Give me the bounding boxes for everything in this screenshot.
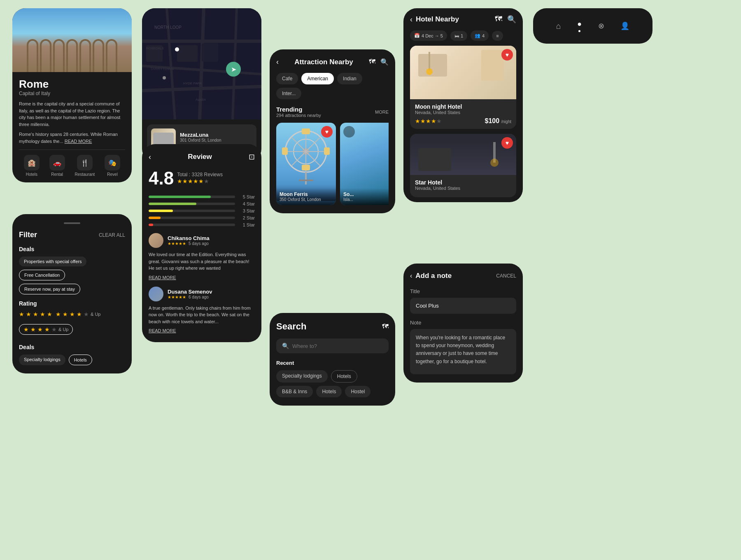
recent-tag-hotels[interactable]: Hotels [331,370,357,383]
clear-all-button[interactable]: CLEAR ALL [99,232,125,238]
rome-icon-hotels[interactable]: 🏨 Hotels [24,155,40,177]
recent-tag-specialty[interactable]: Specialty lodgings [276,370,328,383]
revel-label: Revel [107,172,118,177]
recent-tag-hotels2[interactable]: Hotels [316,386,342,397]
date-filter-chip[interactable]: 📅 4 Dec → 5 [410,30,447,41]
tab-indian[interactable]: Indian [337,73,362,84]
note-title-input[interactable]: Cool Plus [410,298,516,314]
back-button[interactable]: ‹ [149,153,151,161]
add-note-card: ‹ Add a note CANCEL Title Cool Plus Note… [403,264,523,383]
bar-label-2: 2 Star [238,215,255,220]
hotel-map-icon[interactable]: 🗺 [495,15,502,24]
read-more-2[interactable]: READ MORE [149,328,176,333]
rating-4star-up-selected[interactable]: ★★★★★ & Up [19,324,73,335]
more-filters-chip[interactable]: ≡ [492,31,503,41]
rome-icon-restaurant[interactable]: 🍴 Restaurant [75,155,95,177]
map-view[interactable]: NORTH LOOP ROSEDALE TARRYTOWN HYDE PARK … [142,8,261,119]
search-magnifier-icon: 🔍 [282,343,289,349]
star-hotel-info: Star Hotel Nevada, United States [410,175,516,197]
tab-inter[interactable]: Inter... [276,88,301,99]
hotel-item-star[interactable]: ♥ Star Hotel Nevada, United States [410,134,516,197]
hotel-nav-icons: 🗺 🔍 [495,15,516,24]
rome-icon-revel[interactable]: 🎭 Revel [105,155,120,177]
rating-4star-up[interactable]: ★★★★★ & Up [56,311,100,317]
bar-2star: 2 Star [149,215,255,220]
search-header: Search 🗺 [276,321,389,332]
search-bar-container[interactable]: 🔍 [276,338,389,353]
tag-free-cancellation[interactable]: Free Cancellation [19,270,65,280]
location-pin[interactable]: ➤ [226,62,241,77]
tag-special-offers[interactable]: Properties with special offers [19,257,86,266]
rome-hero-image [12,8,132,72]
reviewer-stars-2: ★★★★★ [168,295,186,299]
search-input[interactable] [292,343,383,349]
rome-icon-rental[interactable]: 🚗 Rental [49,155,65,177]
bookmark-icon[interactable]: ⊡ [249,152,255,161]
calendar-icon: 📅 [414,33,420,38]
nav-item-profile[interactable]: 👤 [620,21,629,30]
attraction-count: 294 attractions nearby [276,113,321,118]
rome-read-more[interactable]: READ MORE [65,139,92,144]
star-hotel-image: ♥ [410,134,516,175]
bar-label-3: 3 Star [238,208,255,213]
rome-category-icons: 🏨 Hotels 🚗 Rental 🍴 Restaurant 🎭 Revel [19,149,125,177]
guests-filter-chip[interactable]: 👥 4 [471,30,489,41]
search-icon[interactable]: 🔍 [380,58,389,66]
rome-subtitle: Capital of Italy [19,91,125,96]
attr-card-ferris[interactable]: ♥ Moon Ferris 350 Oxford St, London [276,123,336,205]
moon-hotel-heart[interactable]: ♥ [501,49,513,61]
note-title-value: Cool Plus [416,303,439,309]
rome-description1: Rome is the capital city and a special c… [19,100,125,128]
bottom-nav: ⌂ ● ⊗ 👤 [540,15,646,37]
filter-title: Filter [19,231,37,239]
tab-cafe[interactable]: Cafe [276,73,298,84]
deals-icon: ⊗ [598,21,604,30]
svg-rect-7 [202,43,218,62]
ferris-heart-button[interactable]: ♥ [321,126,333,138]
rome-card: Rome Capital of Italy Rome is the capita… [12,8,132,182]
hotel-back-button[interactable]: ‹ [410,15,412,24]
svg-rect-24 [324,147,330,155]
note-back-button[interactable]: ‹ [410,272,412,280]
recent-tag-bnb[interactable]: B&B & Inns [276,386,313,397]
hotel-search-icon[interactable]: 🔍 [507,15,516,24]
rating-5star[interactable]: ★★★★★ [19,311,52,317]
filter-card: Filter CLEAR ALL Deals Properties with s… [12,214,132,373]
date-range-label: 4 Dec → 5 [422,33,443,38]
moon-hotel-name: Moon night Hotel [415,103,511,110]
tag-reserve-now[interactable]: Reserve now, pay at stay [19,284,80,294]
attraction-nav-icons: 🗺 🔍 [369,58,389,66]
tab-american[interactable]: American [301,73,334,84]
map-nav-icon: ● [577,20,582,28]
map-icon[interactable]: 🗺 [369,58,375,66]
review-nav: ‹ Review ⊡ [149,152,255,161]
deals-bottom-title: Deals [19,344,125,350]
attraction-back-button[interactable]: ‹ [276,58,279,66]
second-attr-address: Isla... [343,197,389,202]
hotel-item-moon[interactable]: ♥ Moon night Hotel Nevada, United States… [410,46,516,129]
note-header-left: ‹ Add a note [410,272,452,280]
more-button[interactable]: MORE [375,110,389,114]
read-more-1[interactable]: READ MORE [149,275,176,280]
hotel-nearby-card: ‹ Hotel Nearby 🗺 🔍 📅 4 Dec → 5 🛏 1 👥 4 ≡ [403,8,523,202]
review-text-2: A true gentleman. Only taking chairs fro… [149,305,255,325]
bar-label-4: 4 Star [238,201,255,206]
bar-3star: 3 Star [149,208,255,213]
note-cancel-button[interactable]: CANCEL [496,273,516,279]
note-content-input[interactable]: When you're looking for a romantic place… [410,329,516,374]
nav-item-map[interactable]: ● [577,20,582,32]
search-map-icon[interactable]: 🗺 [382,323,389,330]
note-content-text: When you're looking for a romantic place… [416,335,505,364]
reviewer-2: Dusana Semenov ★★★★★ 6 days ago [149,287,255,301]
tag-specialty-lodgings[interactable]: Specialty lodgings [19,355,65,365]
recent-tag-hostel[interactable]: Hostel [345,386,370,397]
nav-item-home[interactable]: ⌂ [556,21,561,31]
map-dot-2 [163,76,166,79]
review-title: Review [188,153,212,161]
rooms-filter-chip[interactable]: 🛏 1 [450,31,467,41]
nav-item-deals[interactable]: ⊗ [598,21,604,30]
star-hotel-heart[interactable]: ♥ [501,137,513,149]
attr-card-second[interactable]: So... Isla... [340,123,389,205]
tag-hotels[interactable]: Hotels [69,355,92,365]
moon-hotel-price: $100 /night [485,117,511,125]
